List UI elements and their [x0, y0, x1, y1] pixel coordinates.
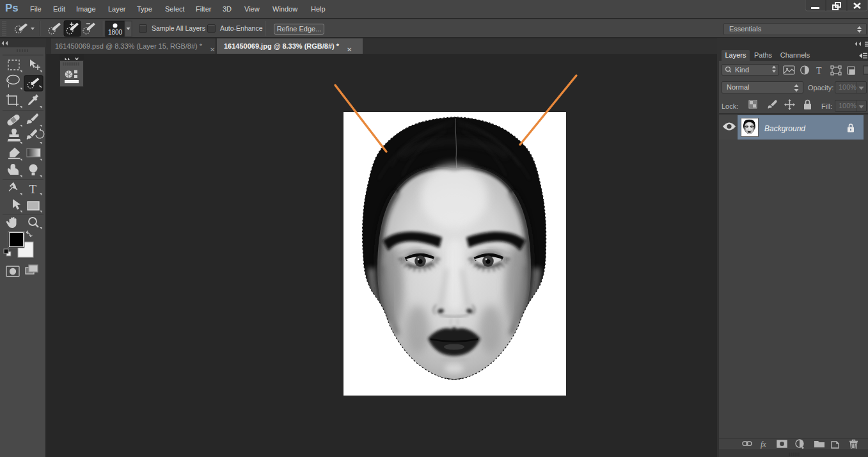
svg-text:1800: 1800 [108, 29, 123, 36]
svg-text:T: T [29, 182, 37, 196]
svg-text:T: T [816, 66, 822, 76]
svg-text:Kind: Kind [735, 66, 749, 74]
svg-text:fx: fx [761, 440, 766, 449]
